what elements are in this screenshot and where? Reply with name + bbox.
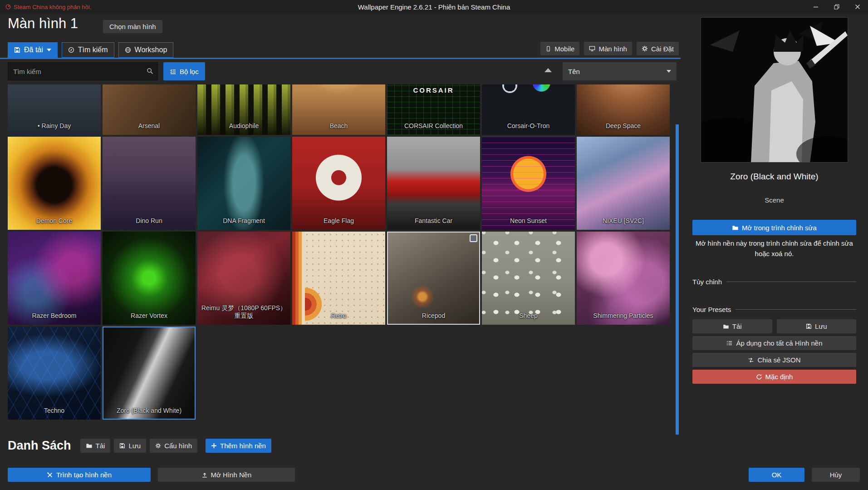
wallpaper-tile[interactable]: Shimmering Particles — [577, 232, 670, 325]
preset-load-label: Tải — [732, 322, 742, 330]
search-icon[interactable] — [147, 68, 153, 74]
mobile-button-label: Mobile — [554, 45, 574, 53]
wallpaper-title: CORSAIR Collection — [389, 122, 478, 130]
wallpaper-tile[interactable]: CORSAIR CORSAIR Collection — [387, 84, 480, 135]
playlist-load-label: Tải — [96, 442, 105, 450]
wallpaper-tile[interactable]: Demon Core — [8, 137, 101, 230]
cancel-button[interactable]: Hủy — [812, 468, 860, 482]
upload-icon — [201, 472, 208, 478]
wallpaper-tile[interactable]: DNA Fragment — [197, 137, 290, 230]
wallpaper-tile[interactable]: Sheep — [482, 232, 575, 325]
wallpaper-tile[interactable]: Deep Space — [577, 84, 670, 135]
sort-dropdown-value: Tên — [568, 68, 580, 75]
preview-artwork — [701, 18, 848, 163]
playlist-bar: Danh Sách Tải Lưu Cấu hình Thêm hình nền — [8, 439, 271, 453]
mobile-button[interactable]: Mobile — [540, 42, 579, 55]
close-button[interactable] — [847, 0, 868, 14]
add-wallpaper-button[interactable]: Thêm hình nền — [206, 439, 271, 453]
folder-icon — [723, 323, 729, 330]
wallpaper-title: NIXEU [SV2C] — [579, 217, 667, 225]
monitor-icon — [589, 45, 595, 52]
preset-save-label: Lưu — [815, 322, 827, 330]
minimize-button[interactable] — [805, 0, 826, 14]
open-wallpaper-label: Mở Hình Nền — [211, 471, 252, 479]
collapse-grid-button[interactable] — [544, 68, 552, 72]
wallpaper-tile[interactable]: Eagle Flag — [292, 137, 385, 230]
wallpaper-tile[interactable]: Ricepod — [387, 232, 480, 325]
open-in-editor-button[interactable]: Mở trong trình chỉnh sửa — [692, 220, 856, 235]
phone-icon — [545, 46, 551, 52]
playlist-save-button[interactable]: Lưu — [114, 439, 146, 453]
tab-workshop[interactable]: Workshop — [118, 42, 174, 58]
save-disk-icon — [806, 323, 812, 329]
wallpaper-tile[interactable]: Neon Sunset — [482, 137, 575, 230]
reset-default-button[interactable]: Mặc định — [692, 370, 856, 384]
folder-icon — [86, 442, 93, 449]
editor-hint: Mở hình nền này trong trình chỉnh sửa để… — [692, 238, 856, 259]
wallpaper-tile[interactable]: Techno — [8, 327, 101, 420]
wallpaper-creator-button[interactable]: Trình tạo hình nền — [8, 468, 151, 482]
search-input[interactable] — [8, 62, 158, 80]
wallpaper-tile[interactable]: Beach — [292, 84, 385, 135]
main-content: Màn hình 1 Chọn màn hình Đã tải Tìm kiếm… — [0, 14, 681, 490]
playlist-configure-button[interactable]: Cấu hình — [150, 439, 197, 453]
wallpaper-tile[interactable]: NIXEU [SV2C] — [577, 137, 670, 230]
wallpaper-grid: • Rainy Day Arsenal Audiophile Beach COR… — [8, 84, 670, 437]
plus-icon — [211, 443, 217, 449]
customize-header-label: Tùy chỉnh — [692, 278, 722, 286]
wallpaper-tile[interactable]: Razer Bedroom — [8, 232, 101, 325]
open-wallpaper-button[interactable]: Mở Hình Nền — [158, 468, 295, 482]
globe-icon — [125, 47, 131, 53]
settings-button[interactable]: Cài Đặt — [637, 42, 679, 55]
playlist-load-button[interactable]: Tải — [80, 439, 111, 453]
apply-all-label: Áp dụng cho tất cả Hình nền — [736, 339, 822, 347]
wallpaper-tile[interactable]: Zoro (Black and White) — [103, 327, 196, 420]
wallpaper-tile[interactable]: Fantastic Car — [387, 137, 480, 230]
close-icon — [855, 4, 860, 10]
wallpaper-tile[interactable]: Reimu 灵梦（1080P 60FPS） 重置版 — [197, 232, 290, 325]
wallpaper-tile[interactable]: Corsair-O-Tron — [482, 84, 575, 135]
wallpaper-tile[interactable]: • Rainy Day — [8, 84, 101, 135]
playlist-save-label: Lưu — [128, 442, 141, 450]
wallpaper-title: Fantastic Car — [389, 217, 478, 225]
tab-discover-label: Tìm kiếm — [78, 46, 108, 54]
wallpaper-tile[interactable]: Razer Vortex — [103, 232, 196, 325]
tab-discover[interactable]: Tìm kiếm — [62, 42, 114, 58]
restore-button[interactable] — [826, 0, 847, 14]
titlebar: Steam China không phản hồi. Wallpaper En… — [0, 0, 868, 14]
wallpaper-preview — [701, 17, 848, 163]
wallpaper-creator-label: Trình tạo hình nền — [56, 471, 112, 479]
wallpaper-tile[interactable]: Audiophile — [197, 84, 290, 135]
divider — [726, 282, 856, 282]
choose-screen-button[interactable]: Chọn màn hình — [103, 20, 162, 33]
share-json-button[interactable]: Chia sẻ JSON — [692, 353, 856, 367]
apply-all-button[interactable]: Áp dụng cho tất cả Hình nền — [692, 336, 856, 350]
wallpaper-tile[interactable]: Arsenal — [103, 84, 196, 135]
sort-dropdown[interactable]: Tên — [563, 62, 677, 80]
refresh-icon — [756, 374, 762, 380]
preset-save-button[interactable]: Lưu — [777, 319, 857, 333]
filter-icon — [170, 68, 177, 75]
list-icon — [726, 340, 733, 346]
filter-button[interactable]: Bộ lọc — [163, 62, 205, 80]
grid-scrollbar[interactable] — [676, 124, 679, 435]
wallpaper-tile[interactable]: Retro — [292, 232, 385, 325]
applied-badge — [470, 234, 477, 242]
steam-warning-text: Steam China không phản hồi. — [14, 4, 91, 10]
tools-icon — [47, 472, 53, 478]
ok-button[interactable]: OK — [749, 468, 804, 482]
tab-installed[interactable]: Đã tải — [8, 42, 58, 58]
share-json-label: Chia sẻ JSON — [757, 356, 800, 364]
wallpaper-tile[interactable]: Dino Run — [103, 137, 196, 230]
screen-button[interactable]: Màn hình — [584, 42, 632, 55]
preset-load-button[interactable]: Tải — [692, 319, 772, 333]
page-title: Màn hình 1 — [8, 15, 78, 32]
window-controls — [805, 0, 868, 14]
gear-icon — [642, 45, 648, 52]
search-box — [8, 62, 158, 80]
wallpaper-title: Corsair-O-Tron — [484, 122, 573, 130]
playlist-configure-label: Cấu hình — [164, 442, 192, 450]
reset-default-label: Mặc định — [765, 373, 793, 381]
playlist-title: Danh Sách — [8, 439, 71, 453]
wallpaper-type-label: Scene — [692, 196, 856, 204]
